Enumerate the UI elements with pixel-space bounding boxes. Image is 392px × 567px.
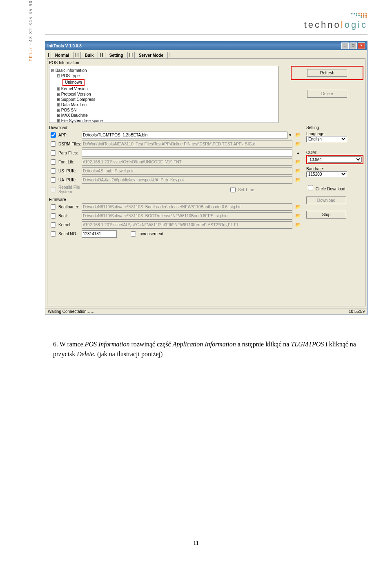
plus-icon[interactable]: +: [294, 151, 302, 156]
titlebar: InitTools V 1.0.0.8 _ □ ×: [45, 41, 367, 50]
refresh-highlight: Refresh: [291, 66, 363, 80]
boot-input[interactable]: [82, 212, 292, 220]
contact-strip: TEL.: +48 32 345 45 90, E-MAIL: OFFICE@T…: [29, 0, 33, 61]
font-checkbox[interactable]: Font Lib:: [49, 158, 82, 166]
app-checkbox[interactable]: APP:: [49, 131, 82, 139]
tree-item[interactable]: ⊞ POS SN: [51, 107, 276, 113]
ua-puk-input[interactable]: [82, 176, 292, 184]
language-label: Language:: [306, 132, 363, 136]
browse-icon[interactable]: 📂: [294, 159, 302, 165]
firmware-label: Firmware: [49, 197, 302, 202]
para-input[interactable]: [82, 150, 292, 157]
dsrm-checkbox[interactable]: DSRM Files:: [49, 140, 82, 148]
download-button[interactable]: Download: [306, 196, 346, 204]
tree-root[interactable]: ⊟ Basic information: [51, 68, 276, 73]
tree-item[interactable]: ⊞ File System free space: [51, 118, 276, 123]
com-label: COM:: [306, 150, 363, 155]
refresh-button[interactable]: Refresh: [307, 69, 347, 77]
browse-icon[interactable]: 📂: [294, 168, 302, 174]
com-highlight: COM4: [306, 155, 363, 164]
instruction-text: 6. W ramce POS Information rozwinąć częś…: [45, 339, 368, 359]
serial-checkbox[interactable]: Serial NO.:: [49, 230, 82, 238]
tree-item[interactable]: ⊟ POS Type: [51, 73, 276, 78]
stop-button[interactable]: Stop: [306, 211, 346, 219]
tab-bulk[interactable]: Bulk: [80, 52, 98, 58]
tree-unknown[interactable]: Unknown: [51, 78, 276, 86]
tree-item[interactable]: ⊞ Kernel Version: [51, 86, 276, 92]
download-label: Download:: [49, 125, 302, 130]
tab-setting[interactable]: Setting: [105, 52, 128, 58]
tabs: | Normal | | Bulk | | Setting | | Server…: [45, 50, 367, 58]
us-puk-input[interactable]: [82, 167, 292, 175]
para-checkbox[interactable]: Para Files:: [49, 149, 82, 157]
logo: ●●●●●●● ●●●●● ●●● technologic: [45, 12, 368, 30]
setting-label: Setting: [306, 125, 363, 130]
increasement-checkbox[interactable]: Increasement: [129, 230, 163, 238]
browse-icon[interactable]: 📂: [294, 141, 302, 147]
browse-icon[interactable]: 📂: [294, 222, 302, 228]
serial-input[interactable]: [82, 230, 117, 238]
status-text: Waiting Connectation……: [48, 309, 95, 314]
tree-item[interactable]: ⊞ Data Max Len: [51, 102, 276, 107]
us-puk-checkbox[interactable]: US_PUK:: [49, 167, 82, 175]
pos-info-tree[interactable]: ⊟ Basic information ⊟ POS Type Unknown ⊞…: [49, 66, 278, 123]
status-time: 10:55:59: [349, 309, 365, 314]
delete-button[interactable]: Delete: [307, 90, 347, 98]
kernel-input[interactable]: [82, 221, 292, 229]
tree-item[interactable]: ⊞ Protocal Version: [51, 92, 276, 97]
app-input[interactable]: [82, 132, 287, 139]
close-button[interactable]: ×: [358, 42, 365, 49]
divider: [45, 34, 368, 35]
font-input[interactable]: [82, 158, 292, 166]
page-number: 11: [0, 540, 392, 547]
browse-icon[interactable]: 📂: [294, 213, 302, 219]
tab-server-mode[interactable]: Server Mode: [134, 52, 168, 58]
pos-info-label: POS Information:: [49, 60, 363, 65]
browse-icon[interactable]: 📂: [294, 132, 302, 138]
rebuild-checkbox[interactable]: Rebuild File System: [49, 185, 82, 194]
set-time-checkbox[interactable]: Set Time: [229, 186, 261, 194]
baudrate-select[interactable]: 115200: [306, 171, 347, 177]
kernel-checkbox[interactable]: Kernel:: [49, 221, 82, 229]
logo-dots-icon: ●●●●●●● ●●●●● ●●●: [351, 13, 368, 18]
window-title: InitTools V 1.0.0.8: [47, 44, 82, 48]
browse-icon[interactable]: 📂: [294, 177, 302, 183]
bootloader-checkbox[interactable]: Bootloader:: [49, 203, 82, 211]
maximize-button[interactable]: □: [350, 42, 357, 49]
circle-download-checkbox[interactable]: Circle Download: [306, 187, 345, 191]
logo-text: technologic: [45, 20, 368, 30]
baudrate-label: Baudrate:: [306, 167, 363, 171]
dsrm-input[interactable]: [82, 141, 292, 148]
minimize-button[interactable]: _: [341, 42, 349, 49]
bootloader-input[interactable]: [82, 203, 292, 211]
statusbar: Waiting Connectation…… 10:55:59: [45, 308, 367, 315]
boot-checkbox[interactable]: Boot:: [49, 212, 82, 220]
footer-divider: [45, 535, 368, 535]
tree-item[interactable]: ⊞ MAX Baudrate: [51, 113, 276, 118]
app-window: InitTools V 1.0.0.8 _ □ × | Normal | | B…: [45, 41, 368, 315]
tree-item[interactable]: ⊞ Support Compress: [51, 97, 276, 102]
tab-normal[interactable]: Normal: [51, 52, 74, 58]
language-select[interactable]: English: [306, 136, 347, 142]
com-select[interactable]: COM4: [308, 156, 362, 163]
ua-puk-checkbox[interactable]: UA_PUK:: [49, 176, 82, 184]
browse-icon[interactable]: 📂: [294, 204, 302, 210]
